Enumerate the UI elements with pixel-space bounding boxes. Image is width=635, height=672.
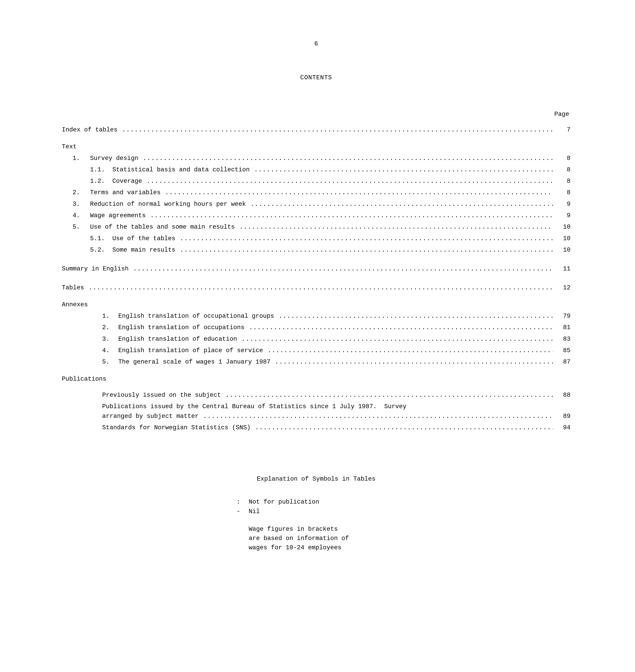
toc-spacer (199, 411, 202, 421)
toc-label: Wage agreements (90, 211, 146, 220)
toc-num: 2. (62, 188, 90, 197)
section-heading-publications: Publications (62, 374, 570, 384)
explanation-item: - Nil (237, 507, 570, 516)
toc-label: The general scale of wages 1 January 198… (118, 357, 270, 367)
explanation-item: : Not for publication (237, 497, 570, 507)
toc-label: Coverage (112, 177, 142, 186)
spacer (62, 386, 570, 390)
toc-page: 81 (553, 323, 570, 332)
toc-num: 4. (62, 211, 90, 220)
toc-row: Standards for Norwegian Statistics (SNS)… (62, 423, 570, 432)
explanation-list: : Not for publication - Nil (237, 497, 570, 516)
toc-label: Survey design (90, 154, 138, 163)
toc-dots: ........................................… (142, 154, 553, 163)
explanation-title: Explanation of Symbols in Tables (62, 475, 570, 483)
toc-row: 5. Use of the tables and some main resul… (62, 222, 570, 232)
toc-dots: ........................................… (179, 234, 553, 243)
toc-label: Use of the tables and some main results (90, 222, 235, 232)
toc-row: 3. Reduction of normal working hours per… (62, 199, 570, 209)
toc-num: 1. (62, 154, 90, 163)
toc-spacer (105, 177, 112, 186)
toc-num: 3. (62, 334, 118, 344)
toc-row: 1. English translation of occupational g… (62, 311, 570, 321)
toc-spacer (250, 423, 254, 432)
toc-spacer (146, 211, 150, 220)
toc-row-tables: Tables .................................… (62, 283, 570, 293)
toc-row: 4. Wage agreements .....................… (62, 211, 570, 220)
toc-dots: ........................................… (274, 357, 553, 367)
toc-num: 1. (62, 311, 118, 321)
toc-label: Previously issued on the subject (62, 390, 221, 400)
toc-row: 1.1. Statistical basis and data collecti… (62, 165, 570, 175)
toc-row: 5.2. Some main results .................… (62, 245, 570, 255)
toc-row: 2. Terms and variables .................… (62, 188, 570, 197)
toc-label: Reduction of normal working hours per we… (90, 199, 246, 209)
toc-page: 10 (553, 222, 570, 232)
toc-label: Some main results (112, 245, 175, 255)
toc-spacer (161, 188, 165, 197)
toc-spacer (221, 390, 225, 400)
toc-dots: ........................................… (249, 199, 553, 209)
toc-spacer (235, 222, 239, 232)
toc-label: English translation of occupational grou… (118, 311, 274, 321)
toc-spacer (237, 334, 241, 344)
toc-num: 3. (62, 199, 90, 209)
toc-row: 5.1. Use of the tables .................… (62, 234, 570, 243)
toc-row-multiline-bottom: arranged by subject matter .............… (62, 411, 570, 421)
toc-dots: ........................................… (132, 264, 553, 274)
toc-page: 10 (553, 245, 570, 255)
toc-page: 12 (553, 283, 570, 293)
toc-spacer (175, 245, 179, 255)
spacer (62, 257, 570, 264)
toc-dots: ........................................… (88, 283, 553, 293)
toc-dots: ........................................… (254, 423, 553, 432)
toc-dots: ........................................… (278, 311, 553, 321)
toc-page: 8 (553, 177, 570, 186)
explanation-note-line: wages for 10-24 employees (249, 543, 570, 552)
toc-spacer (244, 323, 248, 332)
toc-num: 2. (62, 323, 118, 332)
toc-spacer (84, 283, 88, 293)
toc-row: 3. English translation of education ....… (62, 334, 570, 344)
toc-row: 1. Survey design .......................… (62, 154, 570, 163)
explanation-symbol: - (237, 507, 249, 516)
toc-page: 7 (553, 125, 570, 135)
toc-dots: ........................................… (164, 188, 553, 197)
toc-spacer (117, 125, 121, 135)
toc-spacer (249, 165, 254, 175)
toc-dots: ........................................… (146, 177, 553, 186)
toc-page: 88 (553, 390, 570, 400)
toc-page: 9 (553, 199, 570, 209)
toc-label: Use of the tables (112, 234, 175, 243)
explanation-note-line: are based on information of (249, 534, 570, 543)
toc-label: English translation of occupations (118, 323, 244, 332)
toc-spacer (129, 264, 132, 274)
toc-label: Standards for Norwegian Statistics (SNS) (62, 423, 250, 432)
toc-page: 9 (553, 211, 570, 220)
toc-num: 5. (62, 357, 118, 367)
toc-dots: ........................................… (267, 346, 553, 355)
toc-page: 11 (553, 264, 570, 274)
toc-dots: ........................................… (248, 323, 553, 332)
toc-spacer (274, 311, 278, 321)
toc-label-line2: arranged by subject matter (62, 411, 199, 421)
toc-spacer (105, 234, 112, 243)
explanation-block: Explanation of Symbols in Tables : Not f… (62, 475, 570, 552)
toc-num: 1.1. (62, 165, 105, 175)
toc-label: Statistical basis and data collection (112, 165, 249, 175)
page-number: 6 (62, 40, 570, 47)
toc-spacer (105, 165, 112, 175)
toc-row: 1.2. Coverage ..........................… (62, 177, 570, 186)
toc-page: 10 (553, 234, 570, 243)
toc-spacer (138, 154, 142, 163)
toc-row: 5. The general scale of wages 1 January … (62, 357, 570, 367)
toc-spacer (246, 199, 249, 209)
toc-dots: ........................................… (241, 334, 553, 344)
toc-label: Summary in English (62, 264, 129, 274)
toc-label: Tables (62, 283, 84, 293)
toc-label-line1: Publications issued by the Central Burea… (62, 402, 407, 411)
toc-page: 8 (553, 154, 570, 163)
toc-spacer (263, 346, 267, 355)
toc-num: 5. (62, 222, 90, 232)
toc-page: 8 (553, 165, 570, 175)
